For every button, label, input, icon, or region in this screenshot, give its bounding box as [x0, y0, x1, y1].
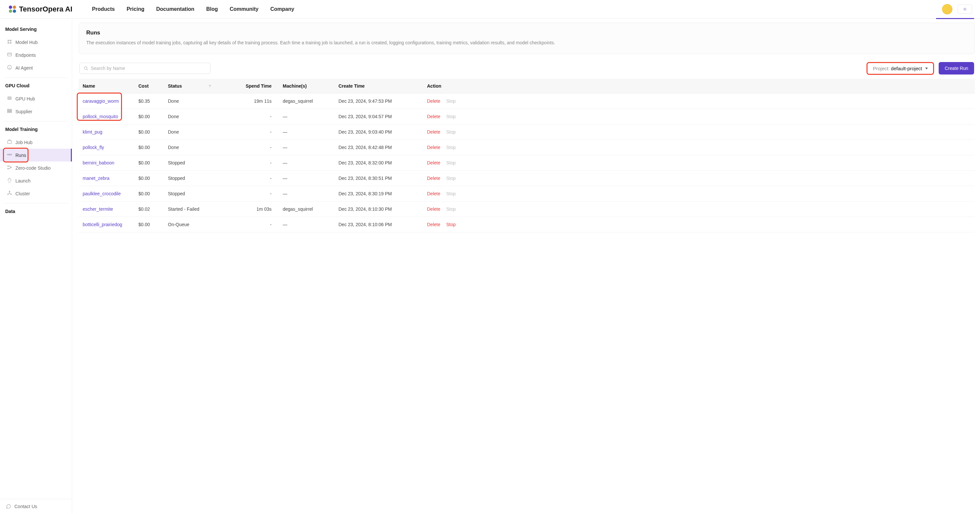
sidebar-item-endpoints[interactable]: Endpoints — [0, 49, 72, 61]
table-row: pollock_fly$0.00Done-—Dec 23, 2024, 8:42… — [79, 139, 975, 155]
run-spend-time: - — [233, 124, 275, 139]
sidebar-item-zero-code-studio[interactable]: Zero-code Studio — [0, 161, 72, 174]
run-name-link[interactable]: bernini_baboon — [83, 160, 115, 165]
run-cost: $0.00 — [134, 217, 164, 232]
stop-button[interactable]: Stop — [446, 222, 455, 227]
search-icon — [84, 66, 88, 70]
col-name[interactable]: Name — [79, 79, 134, 94]
sidebar-item-label: AI Agent — [16, 65, 33, 70]
run-name-link[interactable]: caravaggio_worm — [83, 99, 119, 104]
run-name-link[interactable]: klimt_pug — [83, 129, 102, 134]
nav-community[interactable]: Community — [229, 6, 258, 12]
run-spend-time: - — [233, 109, 275, 124]
contact-us[interactable]: Contact Us — [0, 499, 72, 514]
run-name-link[interactable]: pollock_fly — [83, 145, 104, 150]
table-row: manet_zebra$0.00Stopped-—Dec 23, 2024, 8… — [79, 170, 975, 186]
stop-button: Stop — [446, 145, 455, 150]
nav-pricing[interactable]: Pricing — [127, 6, 144, 12]
run-name-link[interactable]: paulklee_crocodile — [83, 191, 121, 196]
nav-blog[interactable]: Blog — [206, 6, 218, 12]
chevron-down-icon — [925, 68, 928, 69]
run-actions: DeleteStop — [423, 139, 975, 155]
col-machines[interactable]: Machine(s) — [275, 79, 334, 94]
delete-button[interactable]: Delete — [427, 206, 440, 212]
brand-logo[interactable]: TensorOpera AI — [8, 5, 73, 14]
sidebar-item-job-hub[interactable]: Job Hub — [0, 136, 72, 149]
create-run-button[interactable]: Create Run — [939, 62, 974, 75]
job-hub-icon — [7, 139, 12, 145]
contact-us-label: Contact Us — [14, 504, 37, 509]
run-spend-time: 19m 11s — [233, 93, 275, 109]
svg-point-21 — [84, 67, 87, 70]
top-nav: ProductsPricingDocumentationBlogCommunit… — [92, 6, 294, 12]
stop-button: Stop — [446, 129, 455, 134]
project-value: default-project — [891, 65, 922, 71]
col-cost[interactable]: Cost — [134, 79, 164, 94]
delete-button[interactable]: Delete — [427, 99, 440, 104]
sidebar-item-launch[interactable]: Launch — [0, 174, 72, 187]
svg-point-18 — [9, 191, 10, 192]
project-selector[interactable]: Project: default-project — [867, 62, 934, 75]
col-status[interactable]: Status — [164, 79, 233, 94]
page-header: Runs The execution instances of model tr… — [79, 22, 975, 54]
delete-button[interactable]: Delete — [427, 160, 440, 165]
col-create[interactable]: Create Time — [334, 79, 423, 94]
header-action-box[interactable] — [958, 5, 972, 14]
nav-documentation[interactable]: Documentation — [156, 6, 194, 12]
logo-mark-icon — [8, 5, 17, 14]
run-create-time: Dec 23, 2024, 8:42:48 PM — [334, 139, 423, 155]
stop-button: Stop — [446, 99, 455, 104]
sidebar-item-runs[interactable]: Runs — [0, 149, 72, 161]
project-label: Project: — [873, 65, 889, 71]
run-machines: — — [275, 217, 334, 232]
sidebar-section-data: Data — [0, 207, 72, 218]
search-box[interactable] — [80, 63, 210, 74]
col-action: Action — [423, 79, 975, 94]
run-actions: DeleteStop — [423, 109, 975, 124]
delete-button[interactable]: Delete — [427, 129, 440, 134]
delete-button[interactable]: Delete — [427, 222, 440, 227]
run-cost: $0.00 — [134, 186, 164, 201]
avatar[interactable] — [942, 4, 953, 14]
sidebar-item-ai-agent[interactable]: AI Agent — [0, 61, 72, 74]
run-name-link[interactable]: pollock_mosquito — [83, 114, 118, 119]
run-machines: — — [275, 186, 334, 201]
run-cost: $0.00 — [134, 155, 164, 170]
col-spend[interactable]: Spend Time — [233, 79, 275, 94]
delete-button[interactable]: Delete — [427, 191, 440, 196]
table-row: klimt_pug$0.00Done-—Dec 23, 2024, 9:03:4… — [79, 124, 975, 139]
run-name-link[interactable]: escher_termite — [83, 206, 113, 212]
search-input[interactable] — [91, 65, 206, 71]
stop-button: Stop — [446, 191, 455, 196]
run-spend-time: - — [233, 170, 275, 186]
svg-point-2 — [8, 43, 9, 44]
delete-button[interactable]: Delete — [427, 114, 440, 119]
run-actions: DeleteStop — [423, 170, 975, 186]
stop-button: Stop — [446, 206, 455, 212]
sidebar-item-supplier[interactable]: Supplier — [0, 105, 72, 118]
run-cost: $0.02 — [134, 201, 164, 217]
sidebar-item-gpu-hub[interactable]: GPU Hub — [0, 92, 72, 105]
run-name-link[interactable]: manet_zebra — [83, 176, 110, 181]
sidebar-item-model-hub[interactable]: Model Hub — [0, 36, 72, 49]
gpu-hub-icon — [7, 96, 12, 102]
delete-button[interactable]: Delete — [427, 176, 440, 181]
run-name-link[interactable]: botticelli_prairiedog — [83, 222, 123, 227]
svg-point-15 — [8, 166, 8, 167]
run-cost: $0.35 — [134, 93, 164, 109]
runs-table: Name Cost Status Spend Time Machine(s) C… — [79, 79, 975, 232]
svg-rect-6 — [8, 97, 11, 99]
filter-icon[interactable] — [208, 85, 212, 88]
run-actions: DeleteStop — [423, 201, 975, 217]
table-row: paulklee_crocodile$0.00Stopped-—Dec 23, … — [79, 186, 975, 201]
svg-point-5 — [8, 65, 11, 69]
delete-button[interactable]: Delete — [427, 145, 440, 150]
run-cost: $0.00 — [134, 139, 164, 155]
nav-products[interactable]: Products — [92, 6, 115, 12]
run-create-time: Dec 23, 2024, 9:04:57 PM — [334, 109, 423, 124]
stop-button: Stop — [446, 160, 455, 165]
sidebar-item-cluster[interactable]: Cluster — [0, 187, 72, 200]
page-description: The execution instances of model trainin… — [86, 39, 967, 46]
nav-company[interactable]: Company — [270, 6, 294, 12]
run-status: Stopped — [164, 170, 233, 186]
